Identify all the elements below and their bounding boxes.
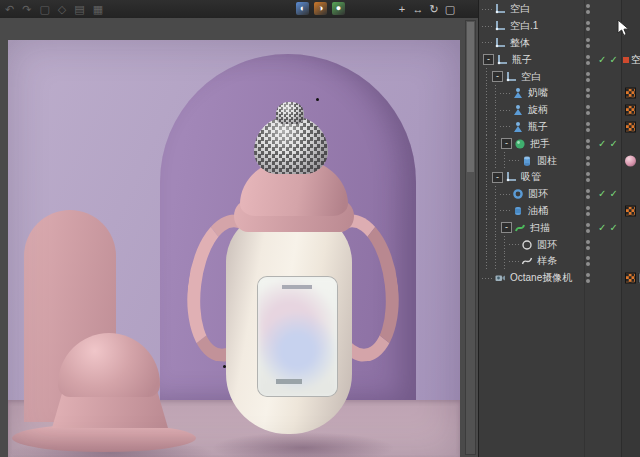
- viewport[interactable]: [0, 18, 478, 457]
- object-label[interactable]: 旋柄: [528, 103, 548, 117]
- visibility-dots[interactable]: [586, 4, 590, 14]
- object-row[interactable]: -把手✓✓: [479, 135, 640, 152]
- object-row[interactable]: 瓶子: [479, 119, 640, 136]
- texture-tag[interactable]: [625, 205, 636, 216]
- render-view[interactable]: [8, 40, 460, 457]
- snap-icon[interactable]: ▦: [93, 2, 103, 16]
- object-label[interactable]: 油桶: [528, 204, 548, 218]
- tree-stub: [482, 42, 493, 43]
- viewport-nav-group: +↔↻▢: [396, 2, 456, 16]
- object-label[interactable]: 圆柱: [537, 154, 557, 168]
- visibility-dots[interactable]: [586, 88, 590, 98]
- object-row[interactable]: 油桶: [479, 203, 640, 220]
- visibility-dots[interactable]: [586, 38, 590, 48]
- top-toolbar: ↶↷▢◇▤▦ ◐◑● +↔↻▢: [0, 0, 478, 19]
- visibility-dots[interactable]: [586, 172, 590, 182]
- tree-guide: [491, 186, 500, 203]
- grid-icon[interactable]: ▤: [74, 2, 84, 16]
- enabled-checkmarks[interactable]: ✓✓: [598, 55, 618, 65]
- layer-color-chip: [623, 57, 629, 63]
- visibility-dots[interactable]: [586, 156, 590, 166]
- visibility-dots[interactable]: [586, 223, 590, 233]
- object-row[interactable]: Octane摄像机: [479, 270, 640, 287]
- circle-object-icon: [521, 239, 534, 251]
- maximize-icon[interactable]: ▢: [444, 2, 456, 16]
- object-label[interactable]: 空白.1: [510, 19, 538, 33]
- object-row[interactable]: 圆环: [479, 236, 640, 253]
- tree-guide: [500, 253, 509, 270]
- enabled-checkmarks[interactable]: ✓✓: [598, 139, 618, 149]
- tree-guide: [491, 236, 500, 253]
- hat-brim: [12, 424, 196, 452]
- object-label[interactable]: Octane摄像机: [510, 271, 572, 285]
- object-label[interactable]: 瓶子: [512, 53, 532, 67]
- object-row[interactable]: 空白: [479, 1, 640, 18]
- texture-tag[interactable]: [625, 273, 636, 284]
- object-row[interactable]: 圆环✓✓: [479, 186, 640, 203]
- object-row[interactable]: -空白: [479, 68, 640, 85]
- material-editor-icon[interactable]: ●: [332, 2, 345, 15]
- select-tool-icon[interactable]: ▢: [39, 2, 49, 16]
- texture-tag[interactable]: [625, 121, 636, 132]
- object-row[interactable]: 整体: [479, 35, 640, 52]
- visibility-dots[interactable]: [586, 122, 590, 132]
- visibility-dots[interactable]: [586, 256, 590, 266]
- visibility-dots[interactable]: [586, 55, 590, 65]
- enabled-checkmarks[interactable]: ✓✓: [598, 189, 618, 199]
- object-label[interactable]: 吸管: [521, 170, 541, 184]
- zoom-icon[interactable]: ↔: [412, 2, 424, 16]
- object-label[interactable]: 扫描: [530, 221, 550, 235]
- visibility-dots[interactable]: [586, 21, 590, 31]
- collapse-toggle[interactable]: -: [492, 71, 503, 82]
- object-row[interactable]: -扫描✓✓: [479, 219, 640, 236]
- object-label[interactable]: 整体: [510, 36, 530, 50]
- tree-guide: [491, 135, 500, 152]
- object-label[interactable]: 空白: [521, 70, 541, 84]
- object-row[interactable]: 空白.1: [479, 18, 640, 35]
- viewport-scrollbar[interactable]: [465, 20, 476, 455]
- undo-icon[interactable]: ↶: [5, 2, 14, 16]
- object-row[interactable]: -瓶子✓✓空: [479, 51, 640, 68]
- texture-tag[interactable]: [625, 105, 636, 116]
- visibility-dots[interactable]: [586, 139, 590, 149]
- redo-icon[interactable]: ↷: [22, 2, 31, 16]
- material-sphere-tag[interactable]: [625, 155, 636, 166]
- render-settings-icon[interactable]: ◑: [314, 2, 327, 15]
- scrollbar-thumb[interactable]: [467, 22, 474, 172]
- null-object-icon: [505, 171, 518, 183]
- object-row[interactable]: 圆柱: [479, 152, 640, 169]
- object-label[interactable]: 圆环: [537, 238, 557, 252]
- visibility-dots[interactable]: [586, 206, 590, 216]
- visibility-dots[interactable]: [586, 105, 590, 115]
- axis-point: [223, 365, 226, 368]
- collapse-toggle[interactable]: -: [501, 222, 512, 233]
- object-label[interactable]: 瓶子: [528, 120, 548, 134]
- object-row[interactable]: 旋柄: [479, 102, 640, 119]
- visibility-dots[interactable]: [586, 273, 590, 283]
- render-view-icon[interactable]: ◐: [296, 2, 309, 15]
- texture-tag[interactable]: [625, 88, 636, 99]
- object-label[interactable]: 把手: [530, 137, 550, 151]
- visibility-dots[interactable]: [586, 72, 590, 82]
- move-tool-icon[interactable]: ◇: [58, 2, 66, 16]
- object-label[interactable]: 空白: [510, 2, 530, 16]
- collapse-toggle[interactable]: -: [492, 172, 503, 183]
- visibility-dots[interactable]: [586, 240, 590, 250]
- object-label[interactable]: 圆环: [528, 187, 548, 201]
- object-label[interactable]: 样条: [537, 254, 557, 268]
- object-row[interactable]: 样条: [479, 253, 640, 270]
- torus-object-icon: [512, 188, 525, 200]
- visibility-dots[interactable]: [586, 189, 590, 199]
- bottle-body: [226, 208, 352, 434]
- object-row[interactable]: 奶嘴: [479, 85, 640, 102]
- null-object-icon: [494, 20, 507, 32]
- rotate-icon[interactable]: ↻: [428, 2, 440, 16]
- object-label[interactable]: 奶嘴: [528, 86, 548, 100]
- collapse-toggle[interactable]: -: [501, 138, 512, 149]
- object-row[interactable]: -吸管: [479, 169, 640, 186]
- tree-guide: [482, 219, 491, 236]
- pan-icon[interactable]: +: [396, 2, 408, 16]
- collapse-toggle[interactable]: -: [483, 54, 494, 65]
- enabled-checkmarks[interactable]: ✓✓: [598, 223, 618, 233]
- label-mark: [282, 285, 312, 289]
